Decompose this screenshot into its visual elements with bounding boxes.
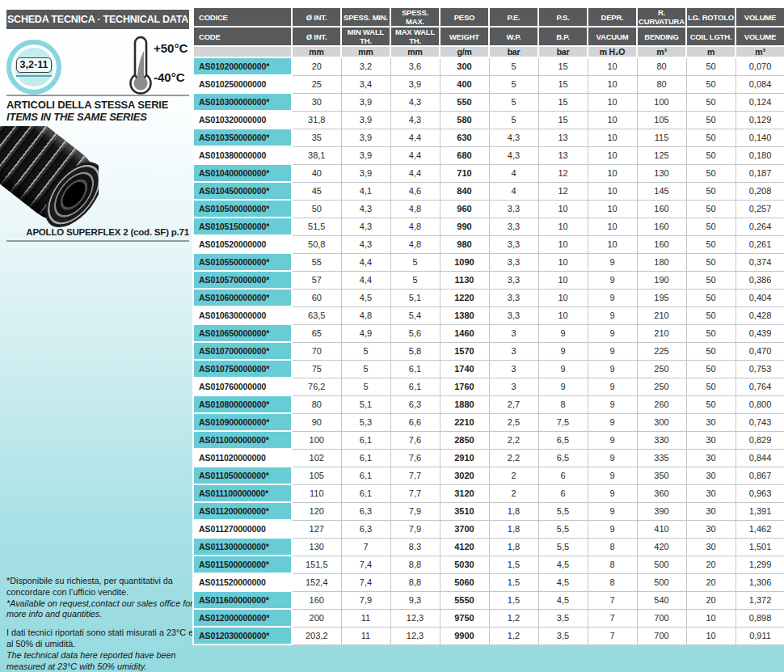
divider	[6, 240, 189, 242]
code-cell: AS010250000000	[193, 75, 292, 93]
value-cell: 700	[637, 627, 686, 645]
value-cell: 0,867	[736, 467, 784, 484]
value-cell: 250	[637, 360, 686, 378]
value-cell: 5	[390, 271, 440, 289]
value-cell: 2850	[440, 431, 489, 449]
column-header: W.P.	[489, 27, 538, 46]
value-cell: 4	[489, 182, 538, 200]
column-header: Ø INT.	[292, 7, 341, 27]
table-row: AS01038000000038,13,94,46804,31310125500…	[193, 146, 784, 164]
value-cell: 100	[637, 93, 686, 111]
value-cell: 190	[637, 271, 686, 289]
value-cell: 7,6	[390, 449, 440, 467]
code-cell: AS011050000000*	[193, 467, 292, 484]
value-cell: 8,8	[390, 573, 440, 591]
value-cell: 2,7	[489, 395, 538, 413]
value-cell: 5,1	[390, 289, 440, 306]
value-cell: 7,9	[390, 520, 440, 538]
value-cell: 50	[686, 164, 736, 182]
value-cell: 3,2	[341, 57, 390, 75]
column-header: B.P.	[538, 27, 588, 46]
value-cell: 960	[440, 200, 489, 218]
value-cell: 1,2	[489, 627, 538, 645]
value-cell: 300	[440, 57, 489, 75]
value-cell: 1740	[440, 360, 489, 378]
value-cell: 10	[588, 164, 637, 182]
page-title: SCHEDA TECNICA · TECHNICAL DATA	[6, 10, 189, 29]
table-row: AS010250000000253,43,94005151080500,084	[193, 75, 784, 93]
value-cell: 145	[637, 182, 686, 200]
series-title-en: ITEMS IN THE SAME SERIES	[6, 111, 147, 123]
column-header: MIN WALL TH.	[341, 27, 390, 46]
value-cell: 2,5	[489, 413, 538, 431]
value-cell: 57	[292, 271, 341, 289]
value-cell: 180	[637, 253, 686, 271]
related-product-caption: APOLLO SUPERFLEX 2 (cod. SF) p.71	[2, 227, 189, 237]
value-cell: 4,8	[390, 218, 440, 235]
value-cell: 45	[292, 182, 341, 200]
table-row: AS010515000000*51,54,34,89903,3101016050…	[193, 218, 784, 235]
value-cell: 4,8	[341, 306, 390, 324]
value-cell: 10	[686, 609, 736, 627]
hose-opening-art	[34, 152, 99, 236]
value-cell: 9	[538, 378, 588, 395]
value-cell: 9,3	[390, 591, 440, 609]
value-cell: 50	[686, 306, 736, 324]
column-header: LG. ROTOLO	[686, 7, 736, 27]
value-cell: 13	[538, 129, 588, 146]
value-cell: 990	[440, 218, 489, 235]
value-cell: 9	[588, 449, 637, 467]
value-cell: 10	[538, 253, 588, 271]
table-row: AS011000000000*1006,17,628502,26,5933030…	[193, 431, 784, 449]
value-cell: 160	[637, 235, 686, 253]
value-cell: 1380	[440, 306, 489, 324]
column-header: R. CURVATURA	[637, 7, 686, 27]
value-cell: 1,8	[489, 502, 538, 520]
value-cell: 50	[686, 235, 736, 253]
value-cell: 1,372	[736, 591, 784, 609]
value-cell: 127	[292, 520, 341, 538]
value-cell: 9900	[440, 627, 489, 645]
value-cell: 2,2	[489, 431, 538, 449]
value-cell: 580	[440, 111, 489, 129]
value-cell: 7	[588, 627, 637, 645]
value-cell: 4,3	[390, 93, 440, 111]
column-header: DEPR.	[588, 7, 637, 27]
value-cell: 60	[292, 289, 341, 306]
value-cell: 10	[538, 200, 588, 218]
unit-cell: bar	[489, 46, 538, 57]
value-cell: 4,5	[341, 289, 390, 306]
table-row: AS011500000000*151,57,48,850301,54,58500…	[193, 556, 784, 573]
thermometer-icon	[128, 36, 154, 99]
value-cell: 3,3	[489, 306, 538, 324]
value-cell: 6,1	[341, 449, 390, 467]
value-cell: 0,743	[736, 413, 784, 431]
value-cell: 10	[588, 75, 637, 93]
value-cell: 9	[588, 413, 637, 431]
value-cell: 35	[292, 129, 341, 146]
value-cell: 4,3	[341, 235, 390, 253]
value-cell: 0,963	[736, 484, 784, 502]
value-cell: 300	[637, 413, 686, 431]
value-cell: 30	[686, 413, 736, 431]
table-row: AS011520000000152,47,48,850601,54,585002…	[193, 573, 784, 591]
value-cell: 1,8	[489, 520, 538, 538]
value-cell: 5550	[440, 591, 489, 609]
value-cell: 1,5	[489, 591, 538, 609]
value-cell: 630	[440, 129, 489, 146]
value-cell: 4,8	[390, 235, 440, 253]
value-cell: 5,5	[538, 502, 588, 520]
value-cell: 330	[637, 431, 686, 449]
value-cell: 25	[292, 75, 341, 93]
table-row: AS011050000000*1056,17,73020269350300,86…	[193, 467, 784, 484]
value-cell: 130	[292, 538, 341, 556]
value-cell: 5,6	[390, 324, 440, 342]
code-cell: AS011270000000	[193, 520, 292, 538]
value-cell: 9	[538, 360, 588, 378]
value-cell: 30	[686, 484, 736, 502]
value-cell: 1460	[440, 324, 489, 342]
value-cell: 10	[538, 306, 588, 324]
value-cell: 7,7	[390, 484, 440, 502]
column-header: Ø INT.	[292, 27, 341, 46]
footnote-availability-it: *Disponibile su richiesta, per quantitat…	[6, 576, 196, 598]
